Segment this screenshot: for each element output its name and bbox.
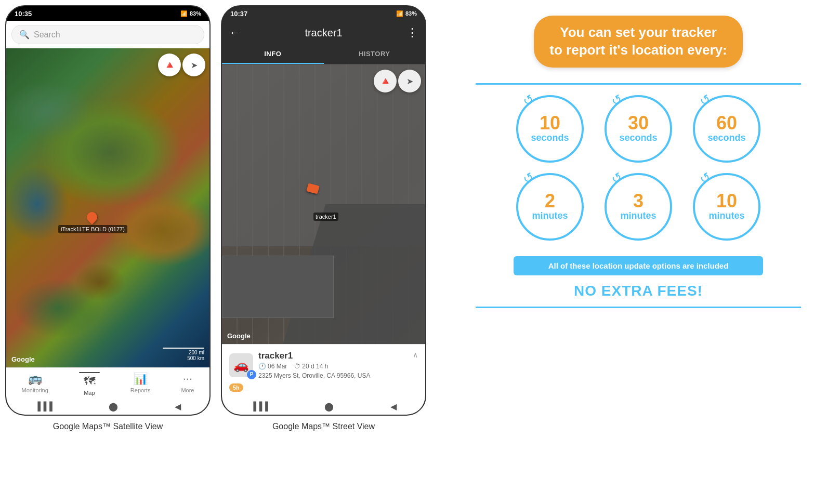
tab-history[interactable]: HISTORY: [324, 45, 426, 64]
right-phone-container: 10:37 📶 83% ← tracker1 ⋮ INFO HISTORY 🔺: [221, 5, 426, 431]
active-indicator: [79, 372, 100, 373]
meta-date: 🕐 06 Mar: [258, 363, 287, 370]
google-logo-left: Google: [11, 355, 35, 363]
sys-back[interactable]: ▐▐▐: [34, 402, 52, 411]
left-status-bar: 10:35 📶 83%: [6, 6, 209, 21]
nav-map[interactable]: 🗺 Map: [79, 372, 100, 396]
monitoring-icon: 🚌: [28, 372, 42, 386]
tracker-label-on-map: tracker1: [313, 213, 338, 221]
interval-10s: ↺ 10 seconds: [516, 95, 584, 163]
tracker-info-panel: 🚗 P tracker1 🕐 06 Mar ⏱ 20 d 1: [222, 344, 425, 398]
expand-arrow[interactable]: ∧: [413, 351, 418, 359]
left-signal-icon: 📶: [180, 10, 188, 17]
compass-button-2[interactable]: 🔺: [374, 70, 397, 92]
right-signal-icon: 📶: [396, 10, 403, 17]
headline-banner: You can set your trackerto report it's l…: [534, 16, 742, 68]
sys-recent[interactable]: ◀: [175, 402, 181, 412]
unit-10m: minutes: [708, 210, 744, 222]
sys-home[interactable]: ⬤: [109, 402, 118, 412]
intervals-grid: ↺ 10 seconds ↺ 30 seconds ↺ 60 seconds ↺…: [514, 95, 763, 241]
tracker-info-top: 🚗 P tracker1 🕐 06 Mar ⏱ 20 d 1: [229, 351, 418, 379]
navigate-icon: ➤: [191, 60, 198, 70]
right-phone-frame: 10:37 📶 83% ← tracker1 ⋮ INFO HISTORY 🔺: [221, 5, 426, 416]
tracker-meta: 🕐 06 Mar ⏱ 20 d 14 h: [258, 363, 370, 370]
scale-bar: 200 mi 500 km: [163, 348, 204, 361]
unit-2m: minutes: [532, 210, 568, 222]
nav-more[interactable]: ··· More: [181, 372, 194, 396]
right-status-icons: 📶 83%: [396, 10, 417, 17]
tracker-text-info: tracker1 🕐 06 Mar ⏱ 20 d 14 h 2325 My: [258, 351, 370, 379]
num-10s: 10: [540, 114, 560, 132]
reports-icon: 📊: [134, 372, 148, 386]
nav-reports-label: Reports: [130, 387, 151, 393]
left-phone-frame: 10:35 📶 83% 🔍 Search 🔺 ➤ iTrack1LTE BOLD…: [5, 5, 211, 416]
navigate-button[interactable]: ➤: [182, 54, 205, 76]
back-button[interactable]: ←: [229, 26, 241, 39]
left-phone-container: 10:35 📶 83% 🔍 Search 🔺 ➤ iTrack1LTE BOLD…: [5, 5, 211, 431]
left-time: 10:35: [15, 10, 32, 18]
timer-icon: ⏱: [294, 363, 300, 370]
included-banner: All of these location update options are…: [514, 256, 763, 275]
duration-value: 20 d 14 h: [302, 363, 328, 370]
arrow-60s: ↺: [697, 91, 713, 109]
left-status-icons: 📶 83%: [180, 10, 201, 17]
scale-text1: 200 mi: [163, 350, 204, 355]
nav-monitoring-label: Monitoring: [22, 387, 48, 393]
num-2m: 2: [545, 192, 555, 210]
navigate-button-2[interactable]: ➤: [398, 70, 421, 92]
tracker-name-label: tracker1: [258, 351, 370, 361]
scale-line: [163, 348, 204, 349]
car-icon: 🚗: [233, 358, 249, 373]
left-caption: Google Maps™ Satellite View: [53, 422, 163, 431]
compass-icon: 🔺: [163, 59, 176, 71]
search-input-box[interactable]: 🔍 Search: [11, 25, 204, 44]
no-fees-text: NO EXTRA FEES!: [574, 283, 703, 299]
tab-info[interactable]: INFO: [222, 45, 324, 64]
right-time: 10:37: [230, 10, 247, 18]
left-battery: 83%: [190, 10, 201, 17]
compass-button[interactable]: 🔺: [158, 54, 181, 76]
bottom-blue-line: [476, 307, 801, 308]
satellite-map[interactable]: 🔺 ➤ iTrack1LTE BOLD (0177) Google 200 mi…: [6, 48, 209, 367]
num-3m: 3: [633, 192, 644, 210]
tracker-info-left: 🚗 P tracker1 🕐 06 Mar ⏱ 20 d 1: [229, 351, 370, 379]
right-caption: Google Maps™ Street View: [272, 422, 375, 431]
sys-recent-r[interactable]: ◀: [390, 402, 397, 412]
building-area: [222, 256, 334, 318]
arrow-10m: ↺: [697, 169, 713, 187]
unit-10s: seconds: [531, 132, 569, 144]
sys-back-r[interactable]: ▐▐▐: [250, 402, 268, 411]
tracker-address: 2325 Myers St, Oroville, CA 95966, USA: [258, 372, 370, 379]
more-icon: ···: [183, 372, 192, 386]
aerial-map[interactable]: 🔺 ➤ tracker1 Google: [222, 64, 425, 344]
arrow-30s: ↺: [609, 91, 625, 109]
nav-map-label: Map: [84, 390, 95, 396]
meta-duration: ⏱ 20 d 14 h: [294, 363, 328, 370]
menu-dots-button[interactable]: ⋮: [406, 26, 418, 39]
arrow-10s: ↺: [520, 91, 536, 109]
tracker-app-header: ← tracker1 ⋮: [222, 21, 425, 45]
nav-more-label: More: [181, 387, 194, 393]
search-icon: 🔍: [19, 30, 30, 39]
nav-reports[interactable]: 📊 Reports: [130, 372, 151, 396]
google-logo-right: Google: [227, 332, 251, 340]
tracker-map-label: iTrack1LTE BOLD (0177): [58, 225, 127, 233]
search-bar[interactable]: 🔍 Search: [6, 21, 209, 48]
num-10m: 10: [716, 192, 737, 210]
unit-30s: seconds: [619, 132, 657, 144]
tracker-avatar: 🚗 P: [229, 353, 253, 377]
interval-10m: ↺ 10 minutes: [693, 173, 760, 241]
right-status-bar: 10:37 📶 83%: [222, 6, 425, 21]
nav-monitoring[interactable]: 🚌 Monitoring: [22, 372, 48, 396]
sys-home-r[interactable]: ⬤: [324, 402, 334, 412]
date-value: 06 Mar: [268, 363, 287, 370]
system-nav-right: ▐▐▐ ⬤ ◀: [222, 398, 425, 415]
compass-icon-2: 🔺: [379, 75, 392, 87]
num-60s: 60: [716, 114, 737, 132]
interval-3m: ↺ 3 minutes: [605, 173, 672, 241]
interval-30s: ↺ 30 seconds: [605, 95, 672, 163]
right-battery: 83%: [405, 10, 417, 17]
top-blue-line: [476, 83, 801, 85]
navigate-icon-2: ➤: [406, 76, 413, 86]
arrow-2m: ↺: [520, 169, 536, 187]
